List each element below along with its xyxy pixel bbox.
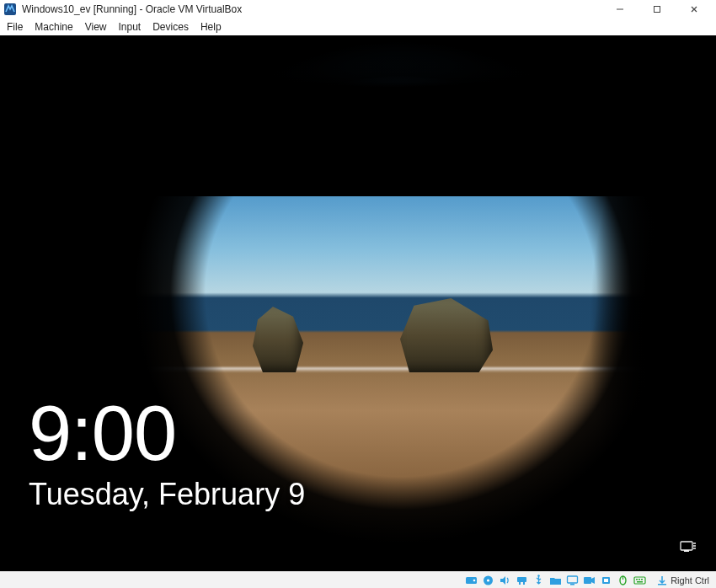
svg-rect-20	[639, 579, 640, 580]
svg-rect-2	[681, 542, 692, 550]
lockscreen-date: Tuesday, February 9	[29, 477, 716, 512]
maximize-button[interactable]	[639, 0, 676, 19]
recording-icon[interactable]	[582, 574, 596, 587]
shared-folder-icon[interactable]	[548, 574, 563, 587]
menu-help[interactable]: Help	[200, 21, 222, 33]
svg-rect-23	[658, 584, 666, 585]
mouse-integration-icon[interactable]	[616, 574, 630, 587]
window-titlebar: Windows10_ev [Running] - Oracle VM Virtu…	[0, 0, 716, 19]
vm-display[interactable]: 9:00 Tuesday, February 9	[0, 35, 716, 571]
menubar: File Machine View Input Devices Help	[0, 19, 716, 35]
svg-rect-9	[519, 582, 521, 585]
audio-icon[interactable]	[498, 574, 512, 587]
svg-rect-14	[584, 577, 591, 584]
menu-devices[interactable]: Devices	[152, 21, 189, 33]
lockscreen-time: 9:00	[29, 394, 716, 472]
minimize-button[interactable]	[601, 0, 639, 19]
window-title: Windows10_ev [Running] - Oracle VM Virtu…	[22, 3, 242, 15]
svg-rect-12	[568, 576, 578, 583]
svg-rect-21	[641, 579, 643, 580]
hostkey-label: Right Ctrl	[671, 575, 709, 585]
close-button[interactable]	[676, 0, 713, 19]
svg-rect-18	[634, 577, 645, 584]
svg-rect-8	[517, 577, 526, 582]
hostkey-indicator[interactable]: Right Ctrl	[653, 575, 713, 586]
guest-network-icon[interactable]	[679, 539, 697, 554]
cpu-icon[interactable]	[599, 574, 613, 587]
vm-statusbar: Right Ctrl	[0, 571, 716, 588]
menu-input[interactable]: Input	[119, 21, 142, 33]
hostkey-indicator-icon	[656, 575, 668, 586]
svg-point-11	[537, 575, 539, 576]
svg-rect-16	[604, 579, 608, 582]
svg-rect-3	[684, 550, 689, 552]
usb-icon[interactable]	[532, 574, 546, 587]
network-adapter-icon[interactable]	[515, 574, 529, 587]
optical-disc-icon[interactable]	[481, 574, 495, 587]
menu-view[interactable]: View	[85, 21, 107, 33]
display-icon[interactable]	[565, 574, 580, 587]
svg-point-7	[487, 579, 489, 581]
menu-file[interactable]: File	[7, 21, 23, 33]
svg-rect-1	[655, 7, 660, 13]
svg-rect-10	[523, 582, 525, 585]
keyboard-icon[interactable]	[633, 574, 647, 587]
svg-rect-22	[637, 581, 643, 583]
svg-rect-19	[636, 579, 638, 580]
virtualbox-icon	[3, 3, 17, 16]
lockscreen-overlay[interactable]: 9:00 Tuesday, February 9	[0, 35, 716, 571]
menu-machine[interactable]: Machine	[35, 21, 72, 33]
svg-rect-13	[570, 584, 574, 585]
svg-point-5	[473, 579, 476, 581]
hard-disk-icon[interactable]	[464, 574, 478, 587]
